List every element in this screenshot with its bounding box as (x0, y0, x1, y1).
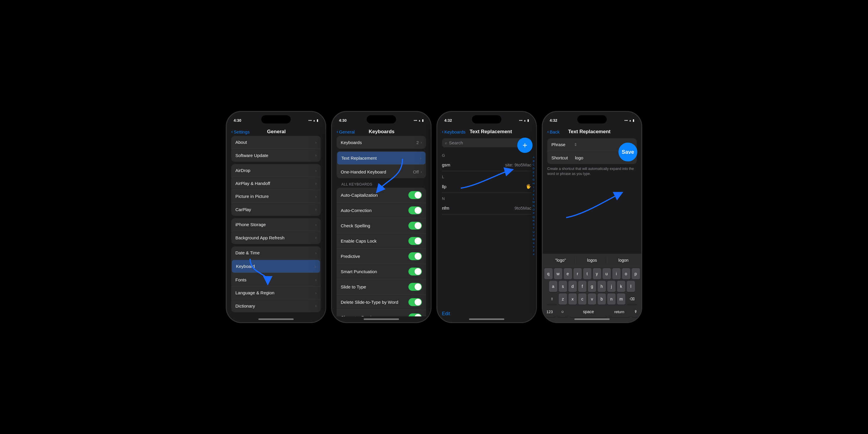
settings-row-language[interactable]: Language & Region › (231, 287, 321, 299)
add-text-replacement-button[interactable]: + (517, 138, 533, 153)
key-s[interactable]: s (559, 281, 567, 292)
key-h[interactable]: h (598, 281, 606, 292)
key-m[interactable]: m (617, 294, 625, 305)
row-char-preview[interactable]: Character Preview (337, 310, 426, 316)
settings-row-software-update[interactable]: Software Update › (231, 149, 321, 162)
settings-row-pip[interactable]: Picture in Picture › (231, 190, 321, 203)
key-mic[interactable]: 🎙 (631, 306, 640, 317)
chevron-one-handed: › (421, 169, 422, 174)
key-q[interactable]: q (544, 268, 553, 279)
toggle-predictive[interactable] (408, 252, 422, 260)
value-one-handed: Off (413, 169, 419, 174)
key-l[interactable]: l (627, 281, 635, 292)
toggle-char-preview[interactable] (408, 313, 422, 316)
key-emoji[interactable]: ☺ (557, 306, 568, 317)
key-a[interactable]: a (549, 281, 557, 292)
edit-button-3[interactable]: Edit (442, 311, 450, 316)
chevron-pip: › (315, 194, 317, 199)
label-dictionary: Dictionary (236, 303, 315, 308)
tr-row-nfm[interactable]: nfm 9to5Mac (442, 202, 531, 214)
key-o[interactable]: o (622, 268, 630, 279)
key-delete[interactable]: ⌫ (627, 294, 637, 305)
key-y[interactable]: y (593, 268, 601, 279)
back-label-3: Keyboards (444, 129, 465, 134)
settings-row-iphone-storage[interactable]: iPhone Storage › (231, 218, 321, 231)
label-keyboards: Keyboards (341, 140, 416, 145)
label-background-refresh: Background App Refresh (236, 235, 315, 240)
key-return[interactable]: return (609, 306, 630, 317)
toggle-slide-type[interactable] (408, 283, 422, 291)
toggle-delete-slide[interactable] (408, 298, 422, 306)
save-button-4[interactable]: Save (619, 143, 637, 161)
key-shift[interactable]: ⇧ (547, 294, 557, 305)
settings-row-airdrop[interactable]: AirDrop › (231, 164, 321, 177)
key-z[interactable]: z (559, 294, 567, 305)
key-x[interactable]: x (568, 294, 577, 305)
signal-icon-4: ▪▪▪ (624, 119, 628, 122)
nav-back-3[interactable]: ‹ Keyboards (442, 129, 465, 134)
toggle-auto-cap[interactable] (408, 191, 422, 199)
key-r[interactable]: r (574, 268, 582, 279)
label-about: About (236, 140, 315, 145)
key-n[interactable]: n (607, 294, 616, 305)
key-e[interactable]: e (564, 268, 572, 279)
nav-back-4[interactable]: ‹ Back (547, 129, 560, 134)
key-t[interactable]: t (583, 268, 591, 279)
settings-row-about[interactable]: About › (231, 136, 321, 149)
home-indicator-2 (364, 319, 399, 320)
toggle-smart-punctuation[interactable] (408, 268, 422, 275)
settings-row-background-refresh[interactable]: Background App Refresh › (231, 231, 321, 244)
settings-row-dictionary[interactable]: Dictionary › (231, 299, 321, 312)
suggestion-2[interactable]: logos (577, 257, 607, 264)
row-check-spelling[interactable]: Check Spelling (337, 218, 426, 233)
battery-icon-4: ▮ (632, 119, 634, 122)
label-carplay: CarPlay (236, 207, 315, 212)
keyboard-suggestions-4: "logo" logos logon (544, 256, 640, 266)
row-smart-punctuation[interactable]: Smart Punctuation (337, 264, 426, 279)
key-v[interactable]: v (588, 294, 596, 305)
nav-back-2[interactable]: ‹ General (337, 129, 355, 134)
status-time-2: 4:30 (339, 118, 347, 123)
key-k[interactable]: k (617, 281, 625, 292)
toggle-check-spelling[interactable] (408, 222, 422, 230)
battery-icon-2: ▮ (422, 119, 424, 122)
key-f[interactable]: f (578, 281, 586, 292)
row-slide-type[interactable]: Slide to Type (337, 279, 426, 295)
back-chevron-4: ‹ (547, 129, 549, 134)
key-w[interactable]: w (554, 268, 562, 279)
key-c[interactable]: c (578, 294, 586, 305)
toggle-caps-lock[interactable] (408, 237, 422, 245)
row-auto-correct[interactable]: Auto-Correction (337, 203, 426, 218)
settings-row-airplay[interactable]: AirPlay & Handoff › (231, 177, 321, 190)
suggestion-1[interactable]: "logo" (546, 257, 576, 264)
key-p[interactable]: p (632, 268, 640, 279)
keyboards-count-row[interactable]: Keyboards 2 › (337, 136, 426, 149)
key-i[interactable]: i (612, 268, 621, 279)
suggestion-3[interactable]: logon (609, 257, 639, 264)
arrow-svg-3 (455, 162, 514, 191)
nav-header-3: ‹ Keyboards Text Replacement (437, 127, 536, 136)
row-caps-lock[interactable]: Enable Caps Lock (337, 233, 426, 249)
row-delete-slide[interactable]: Delete Slide-to-Type by Word (337, 295, 426, 310)
key-123[interactable]: 123 (544, 306, 556, 317)
key-b[interactable]: b (598, 294, 606, 305)
keyboard-4: "logo" logos logon q w e r t y u i o p (542, 254, 642, 322)
label-language: Language & Region (236, 290, 315, 295)
key-u[interactable]: u (602, 268, 611, 279)
key-space[interactable]: space (570, 306, 607, 317)
settings-content-1[interactable]: About › Software Update › AirDrop (226, 136, 326, 316)
home-indicator-4 (575, 319, 610, 320)
label-auto-correct: Auto-Correction (341, 208, 408, 213)
key-g[interactable]: g (588, 281, 596, 292)
phone3-wrapper: 4:32 ▪▪▪ ▴ ▮ ‹ Keyboards Text Replacemen… (437, 111, 537, 323)
settings-row-carplay[interactable]: CarPlay › (231, 203, 321, 216)
toggle-auto-correct[interactable] (408, 206, 422, 214)
row-predictive[interactable]: Predictive (337, 249, 426, 264)
back-label-4: Back (550, 129, 559, 134)
chevron-text-replacement: › (420, 156, 421, 161)
key-d[interactable]: d (568, 281, 577, 292)
arrow-svg-1 (244, 256, 280, 285)
arrow-to-add-button (455, 162, 514, 192)
key-j[interactable]: j (607, 281, 616, 292)
nav-back-1[interactable]: ‹ Settings (231, 129, 250, 134)
